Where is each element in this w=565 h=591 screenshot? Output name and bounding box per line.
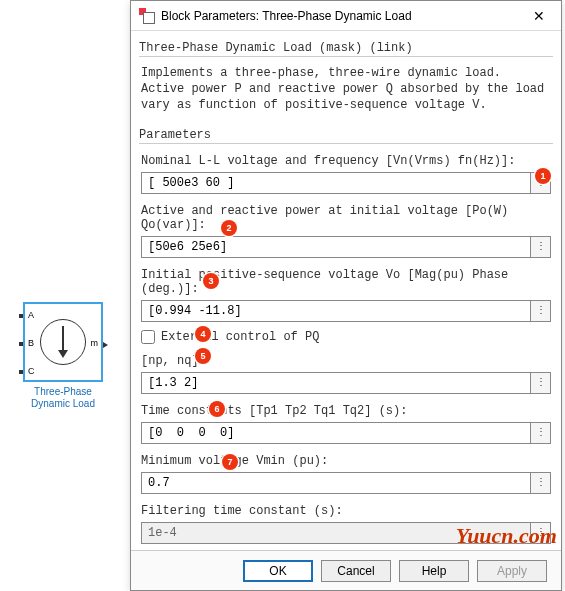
initial-actions-button[interactable]: ⋮ xyxy=(531,300,551,322)
initial-input[interactable] xyxy=(141,300,531,322)
vmin-label: Minimum voltage Vmin (pu): xyxy=(131,448,561,472)
block-parameters-dialog: Block Parameters: Three-Phase Dynamic Lo… xyxy=(130,0,562,591)
cancel-button[interactable]: Cancel xyxy=(321,560,391,582)
port-tick-b xyxy=(19,342,23,346)
close-icon: ✕ xyxy=(533,8,545,24)
port-label-m: m xyxy=(91,338,99,348)
dialog-title: Block Parameters: Three-Phase Dynamic Lo… xyxy=(161,9,516,23)
active-input[interactable] xyxy=(141,236,531,258)
marker-5: 5 xyxy=(195,348,211,364)
timeconst-input[interactable] xyxy=(141,422,531,444)
close-button[interactable]: ✕ xyxy=(516,2,561,30)
mask-link[interactable]: (link) xyxy=(369,41,412,55)
watermark: Yuucn.com xyxy=(456,523,557,549)
initial-label: Initial positive-sequence voltage Vo [Ma… xyxy=(131,262,561,300)
marker-2: 2 xyxy=(221,220,237,236)
marker-3: 3 xyxy=(203,273,219,289)
vmin-actions-button[interactable]: ⋮ xyxy=(531,472,551,494)
titlebar[interactable]: Block Parameters: Three-Phase Dynamic Lo… xyxy=(131,1,561,31)
port-label-b: B xyxy=(28,338,34,348)
npnq-actions-button[interactable]: ⋮ xyxy=(531,372,551,394)
button-bar: OK Cancel Help Apply xyxy=(131,550,561,590)
port-tick-m xyxy=(103,342,108,348)
help-button[interactable]: Help xyxy=(399,560,469,582)
ok-button[interactable]: OK xyxy=(243,560,313,582)
marker-7: 7 xyxy=(222,454,238,470)
timeconst-actions-button[interactable]: ⋮ xyxy=(531,422,551,444)
nominal-input[interactable] xyxy=(141,172,531,194)
timeconst-label: Time constants [Tp1 Tp2 Tq1 Tq2] (s): xyxy=(131,398,561,422)
simulink-icon xyxy=(139,8,155,24)
arrow-down-icon xyxy=(58,326,68,358)
block-name[interactable]: Three-PhaseDynamic Load xyxy=(15,386,111,410)
port-label-c: C xyxy=(28,366,35,376)
nominal-label: Nominal L-L voltage and frequency [Vn(Vr… xyxy=(131,148,561,172)
external-control-checkbox[interactable] xyxy=(141,330,155,344)
port-tick-a xyxy=(19,314,23,318)
npnq-input[interactable] xyxy=(141,372,531,394)
block-body: A B C m xyxy=(23,302,103,382)
port-label-a: A xyxy=(28,310,34,320)
external-control-label: External control of PQ xyxy=(161,330,319,344)
apply-button: Apply xyxy=(477,560,547,582)
marker-6: 6 xyxy=(209,401,225,417)
mask-description: Implements a three-phase, three-wire dyn… xyxy=(131,61,561,122)
port-tick-c xyxy=(19,370,23,374)
dialog-content: Three-Phase Dynamic Load (mask) (link) I… xyxy=(131,31,561,550)
marker-4: 4 xyxy=(195,326,211,342)
marker-1: 1 xyxy=(535,168,551,184)
active-actions-button[interactable]: ⋮ xyxy=(531,236,551,258)
filter-label: Filtering time constant (s): xyxy=(131,498,561,522)
active-label: Active and reactive power at initial vol… xyxy=(131,198,561,236)
vmin-input[interactable] xyxy=(141,472,531,494)
mask-header: Three-Phase Dynamic Load (mask) (link) xyxy=(139,41,553,57)
parameters-header: Parameters xyxy=(139,128,553,144)
simulink-block[interactable]: A B C m Three-PhaseDynamic Load xyxy=(15,302,111,410)
